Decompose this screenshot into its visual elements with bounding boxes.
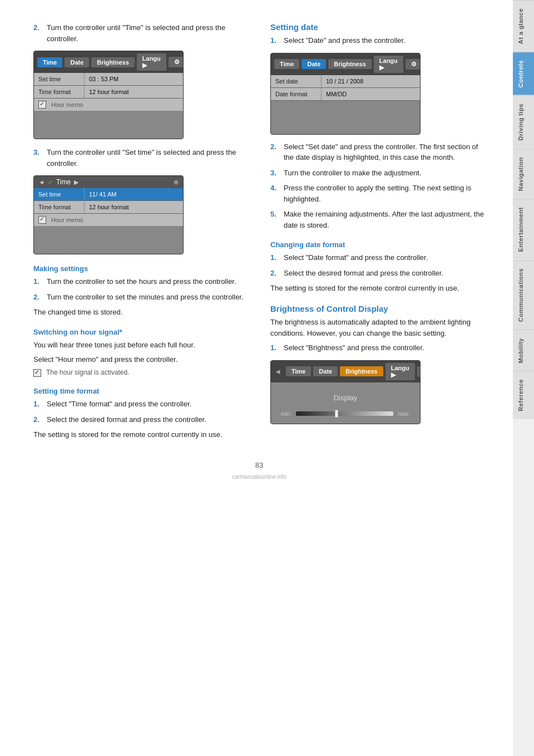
date-step-text-2: Select "Set date" and press the controll… bbox=[284, 141, 485, 163]
sidebar-tabs: At a glance Controls Driving tips Naviga… bbox=[513, 0, 534, 756]
change-format-step-text-1: Select "Date format" and press the contr… bbox=[284, 252, 485, 263]
brightness-step-num-1: 1. bbox=[270, 342, 279, 354]
time-format-step-num-2: 2. bbox=[33, 414, 42, 425]
sidebar-tab-reference[interactable]: Reference bbox=[513, 371, 534, 419]
display-body-2 bbox=[34, 226, 183, 254]
display-time-header-2: ◄ ✓ Time ▶ ⊕ bbox=[34, 176, 183, 188]
step-3-set-time: 3. Turn the controller until "Set time" … bbox=[33, 147, 248, 169]
heading-changing-date-format: Changing date format bbox=[270, 240, 485, 249]
brightness-body: The brightness is automatically adapted … bbox=[270, 317, 485, 339]
sidebar-tab-driving-tips[interactable]: Driving tips bbox=[513, 95, 534, 149]
step-text-3: Turn the controller until "Set time" is … bbox=[47, 147, 248, 169]
heading-setting-date: Setting date bbox=[270, 22, 485, 32]
heading-switching: Switching on hour signal* bbox=[33, 328, 248, 336]
checkbox-hour-memo-1 bbox=[38, 101, 46, 109]
value-date-format: MM/DD bbox=[321, 88, 420, 100]
tab-language-date: Langu ▶ bbox=[374, 56, 403, 73]
tab-time-brightness: Time bbox=[286, 366, 311, 376]
step-num-3: 3. bbox=[33, 147, 42, 169]
date-step-text-5: Make the remaining adjustments. After th… bbox=[284, 209, 485, 230]
row-time-format-2: Time format 12 hour format bbox=[34, 201, 183, 214]
date-step-text-3: Turn the controller to make the adjustme… bbox=[284, 168, 485, 179]
brightness-slider-thumb bbox=[335, 410, 338, 418]
date-step-3: 3. Turn the controller to make the adjus… bbox=[270, 168, 485, 179]
making-settings-note: The changed time is stored. bbox=[33, 307, 248, 318]
tab-settings-1: ⚙ bbox=[169, 57, 184, 67]
sidebar-tab-entertainment[interactable]: Entertainment bbox=[513, 199, 534, 259]
row-set-time-2: Set time 11/ 41 AM bbox=[34, 188, 183, 201]
bottom-watermark: carmanualsonline.info bbox=[33, 474, 485, 480]
tab-date-date: Date bbox=[301, 59, 326, 69]
step-text-2: Turn the controller until "Time" is sele… bbox=[47, 22, 248, 44]
display-brightness: ◄ Time Date Brightness Langu ▶ ⚙ Display… bbox=[270, 360, 421, 424]
brightness-step-text-1: Select "Brightness" and press the contro… bbox=[284, 342, 485, 354]
step-num-2: 2. bbox=[33, 22, 42, 44]
label-hour-memo-1: Hour memo bbox=[51, 101, 83, 108]
time-check-icon: ✓ bbox=[48, 179, 53, 186]
tab-brightness-date: Brightness bbox=[328, 59, 371, 69]
making-step-2: 2. Turn the controller to set the minute… bbox=[33, 292, 248, 303]
making-step-num-1: 1. bbox=[33, 276, 42, 287]
sidebar-tab-communications[interactable]: Communications bbox=[513, 260, 534, 330]
label-set-date: Set date bbox=[271, 75, 321, 87]
tab-language-1: Langu ▶ bbox=[137, 53, 166, 71]
time-nav-right: ▶ bbox=[74, 179, 78, 186]
switching-note-text: The hour signal is activated. bbox=[46, 369, 129, 376]
row-date-format: Date format MM/DD bbox=[271, 88, 420, 101]
two-column-layout: 2. Turn the controller until "Time" is s… bbox=[33, 22, 485, 444]
label-set-time-2: Set time bbox=[34, 188, 84, 200]
brightness-display-body: Display min. max. bbox=[271, 382, 420, 424]
date-step-4: 4. Press the controller to apply the set… bbox=[270, 183, 485, 204]
value-time-format-1: 12 hour format bbox=[84, 86, 183, 98]
making-step-1: 1. Turn the controller to set the hours … bbox=[33, 276, 248, 287]
heading-making-settings: Making settings bbox=[33, 264, 248, 273]
label-time-format-1: Time format bbox=[34, 86, 84, 98]
time-format-step-1: 1. Select "Time format" and press the co… bbox=[33, 399, 248, 410]
brightness-display-label: Display bbox=[275, 394, 416, 402]
heading-setting-time-format: Setting time format bbox=[33, 387, 248, 395]
switching-body-1: You will hear three tones just before ea… bbox=[33, 340, 248, 351]
display-header-1: Time Date Brightness Langu ▶ ⚙ bbox=[34, 51, 183, 73]
slider-max-label: max. bbox=[398, 411, 410, 417]
page-number: 83 bbox=[33, 461, 485, 469]
main-content: 2. Turn the controller until "Time" is s… bbox=[0, 0, 513, 502]
value-set-time-2: 11/ 41 AM bbox=[84, 188, 183, 200]
sidebar-tab-at-a-glance[interactable]: At a glance bbox=[513, 0, 534, 52]
checkbox-hour-memo-2 bbox=[38, 216, 46, 224]
change-format-note: The setting is stored for the remote con… bbox=[270, 283, 485, 294]
value-set-time-1: 03 : 53 PM bbox=[84, 73, 183, 85]
date-step-text-1: Select "Date" and press the controller. bbox=[284, 35, 485, 46]
time-up-btn: ⊕ bbox=[174, 179, 179, 186]
date-step-num-2: 2. bbox=[270, 141, 279, 163]
tab-settings-brightness: ⚙ bbox=[417, 366, 421, 377]
change-format-step-num-1: 1. bbox=[270, 252, 279, 263]
change-format-step-num-2: 2. bbox=[270, 268, 279, 279]
sidebar-tab-mobility[interactable]: Mobility bbox=[513, 330, 534, 371]
label-hour-memo-2: Hour memo bbox=[51, 217, 83, 223]
display-date-1: Time Date Brightness Langu ▶ ⚙ Set date … bbox=[270, 53, 421, 135]
switching-checkbox-icon bbox=[33, 369, 41, 377]
brightness-step-1: 1. Select "Brightness" and press the con… bbox=[270, 342, 485, 354]
tab-settings-date: ⚙ bbox=[406, 59, 421, 70]
making-step-text-2: Turn the controller to set the minutes a… bbox=[47, 292, 248, 303]
display-time-1: Time Date Brightness Langu ▶ ⚙ Set time … bbox=[33, 51, 184, 139]
step-2-time: 2. Turn the controller until "Time" is s… bbox=[33, 22, 248, 44]
time-label: Time bbox=[56, 178, 71, 186]
row-time-format-1: Time format 12 hour format bbox=[34, 86, 183, 99]
switching-note: The hour signal is activated. bbox=[33, 369, 248, 377]
label-set-time-1: Set time bbox=[34, 73, 84, 85]
making-step-num-2: 2. bbox=[33, 292, 42, 303]
sidebar-tab-navigation[interactable]: Navigation bbox=[513, 149, 534, 199]
time-format-step-text-1: Select "Time format" and press the contr… bbox=[47, 399, 248, 410]
date-step-num-3: 3. bbox=[270, 168, 279, 179]
tab-brightness-1: Brightness bbox=[91, 57, 134, 67]
time-format-step-2: 2. Select the desired format and press t… bbox=[33, 414, 248, 425]
tab-date-brightness: Date bbox=[313, 366, 338, 376]
heading-brightness: Brightness of Control Display bbox=[270, 304, 485, 313]
display-date-body bbox=[271, 101, 420, 134]
label-date-format: Date format bbox=[271, 88, 321, 100]
sidebar-tab-controls[interactable]: Controls bbox=[513, 52, 534, 95]
slider-min-label: min. bbox=[281, 411, 291, 417]
value-time-format-2: 12 hour format bbox=[84, 201, 183, 213]
brightness-slider-container: min. max. bbox=[275, 411, 416, 417]
